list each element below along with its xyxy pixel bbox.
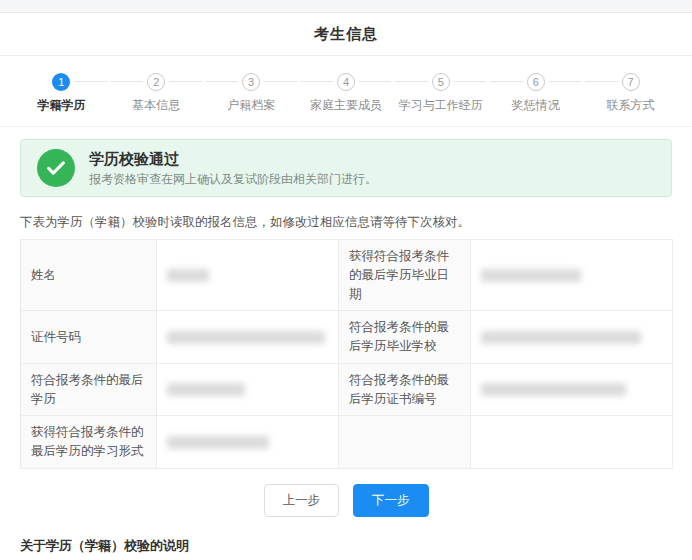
table-row: 姓名 获得符合报考条件的最后学历毕业日期 xyxy=(21,240,673,311)
step-2-label: 基本信息 xyxy=(109,97,204,114)
value-study-form xyxy=(157,416,339,469)
label-empty xyxy=(339,416,471,469)
value-id-number xyxy=(157,311,339,364)
value-empty xyxy=(471,416,673,469)
next-step-button[interactable]: 下一步 xyxy=(353,484,429,517)
step-6-label: 奖惩情况 xyxy=(488,97,583,114)
check-circle-icon xyxy=(37,149,75,187)
step-3-huji-archive[interactable]: 3 户籍档案 xyxy=(204,72,299,114)
step-6-circle: 6 xyxy=(527,73,545,91)
step-5-circle: 5 xyxy=(432,73,450,91)
table-row: 符合报考条件的最后学历 符合报考条件的最后学历证书编号 xyxy=(21,363,673,416)
step-3-label: 户籍档案 xyxy=(204,97,299,114)
value-graduation-date xyxy=(471,240,673,311)
verification-success-alert: 学历校验通过 报考资格审查在网上确认及复试阶段由相关部门进行。 xyxy=(20,139,672,197)
step-4-circle: 4 xyxy=(337,73,355,91)
notes-section: 关于学历（学籍）校验的说明 1. 学历（学籍）校验由学信网免费提供，仅用来校验考… xyxy=(20,537,672,560)
step-7-contact[interactable]: 7 联系方式 xyxy=(583,72,678,114)
step-4-label: 家庭主要成员 xyxy=(299,97,394,114)
step-5-label: 学习与工作经历 xyxy=(393,97,488,114)
masked-value xyxy=(481,269,581,282)
previous-step-button[interactable]: 上一步 xyxy=(264,484,340,517)
step-1-circle: 1 xyxy=(52,73,70,91)
page-title: 考生信息 xyxy=(314,25,378,44)
step-7-circle: 7 xyxy=(622,73,640,91)
step-6-rewards-punishments[interactable]: 6 奖惩情况 xyxy=(488,72,583,114)
table-row: 证件号码 符合报考条件的最后学历毕业学校 xyxy=(21,311,673,364)
step-1-xueji-xueli[interactable]: 1 学籍学历 xyxy=(14,72,109,114)
step-4-family-members[interactable]: 4 家庭主要成员 xyxy=(299,72,394,114)
masked-value xyxy=(167,436,269,449)
label-study-form: 获得符合报考条件的最后学历的学习形式 xyxy=(21,416,157,469)
value-certificate-number xyxy=(471,363,673,416)
step-2-circle: 2 xyxy=(147,73,165,91)
value-name xyxy=(157,240,339,311)
label-certificate-number: 符合报考条件的最后学历证书编号 xyxy=(339,363,471,416)
step-5-study-work[interactable]: 5 学习与工作经历 xyxy=(393,72,488,114)
browser-chrome-strip xyxy=(0,0,692,13)
table-intro-text: 下表为学历（学籍）校验时读取的报名信息，如修改过相应信息请等待下次核对。 xyxy=(20,214,672,231)
value-last-degree xyxy=(157,363,339,416)
masked-value xyxy=(167,269,209,282)
value-graduation-school xyxy=(471,311,673,364)
masked-value xyxy=(481,383,626,396)
step-3-circle: 3 xyxy=(242,73,260,91)
masked-value xyxy=(481,331,641,344)
page-header: 考生信息 xyxy=(0,13,692,56)
step-1-label: 学籍学历 xyxy=(14,97,109,114)
label-name: 姓名 xyxy=(21,240,157,311)
label-graduation-school: 符合报考条件的最后学历毕业学校 xyxy=(339,311,471,364)
label-graduation-date: 获得符合报考条件的最后学历毕业日期 xyxy=(339,240,471,311)
wizard-stepper: 1 学籍学历 2 基本信息 3 户籍档案 4 家庭主要成员 5 学习与工作经历 … xyxy=(0,56,692,127)
table-row: 获得符合报考条件的最后学历的学习形式 xyxy=(21,416,673,469)
label-last-degree: 符合报考条件的最后学历 xyxy=(21,363,157,416)
step-2-basic-info[interactable]: 2 基本信息 xyxy=(109,72,204,114)
masked-value xyxy=(167,331,325,344)
label-id-number: 证件号码 xyxy=(21,311,157,364)
verified-info-table: 姓名 获得符合报考条件的最后学历毕业日期 证件号码 符合报考条件的最后学历毕业学… xyxy=(20,239,673,469)
masked-value xyxy=(167,383,245,396)
alert-title: 学历校验通过 xyxy=(89,148,377,169)
wizard-nav-buttons: 上一步 下一步 xyxy=(0,484,692,517)
alert-text-block: 学历校验通过 报考资格审查在网上确认及复试阶段由相关部门进行。 xyxy=(89,148,377,188)
alert-description: 报考资格审查在网上确认及复试阶段由相关部门进行。 xyxy=(89,171,377,188)
notes-title: 关于学历（学籍）校验的说明 xyxy=(20,537,672,555)
step-7-label: 联系方式 xyxy=(583,97,678,114)
